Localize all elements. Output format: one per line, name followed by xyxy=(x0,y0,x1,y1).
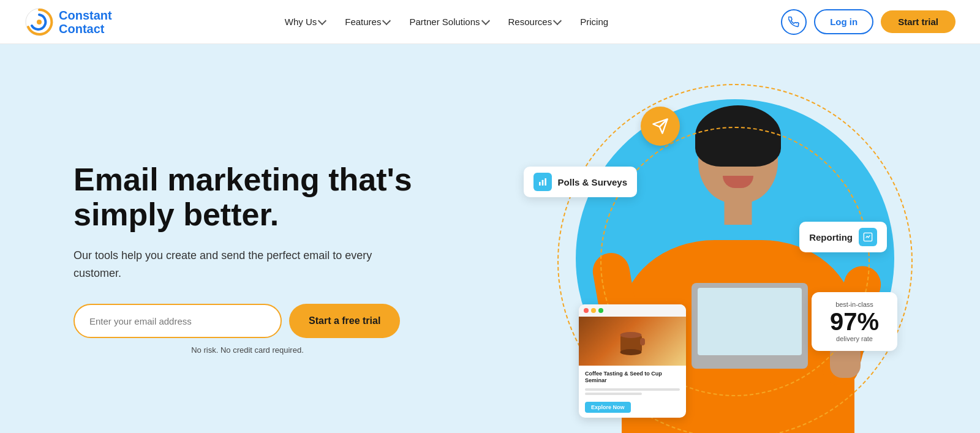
svg-rect-8 xyxy=(640,338,645,345)
header: Constant Contact Why Us Features Partner… xyxy=(0,0,980,44)
nav-resources[interactable]: Resources xyxy=(508,17,561,27)
disclaimer-text: No risk. No credit card required. xyxy=(78,345,417,355)
email-input[interactable] xyxy=(74,304,282,338)
logo-icon xyxy=(24,7,54,37)
svg-point-1 xyxy=(37,20,42,24)
reporting-label: Reporting xyxy=(809,232,853,243)
phone-icon xyxy=(788,17,799,28)
delivery-badge: best-in-class 97% delivery rate xyxy=(812,292,897,351)
email-preview-card: Coffee Tasting & Seed to Cup Seminar Exp… xyxy=(579,304,686,418)
chevron-down-icon xyxy=(318,17,326,25)
free-trial-button[interactable]: Start a free trial xyxy=(289,304,400,338)
email-card-body: Coffee Tasting & Seed to Cup Seminar Exp… xyxy=(579,366,686,418)
reporting-badge: Reporting xyxy=(799,222,887,252)
explore-button[interactable]: Explore Now xyxy=(585,402,631,413)
delivery-percent: 97% xyxy=(824,309,885,334)
hero-subtext: Our tools help you create and send the p… xyxy=(74,247,380,282)
nav-pricing[interactable]: Pricing xyxy=(580,17,608,27)
svg-rect-2 xyxy=(539,182,541,186)
email-bar-1 xyxy=(585,388,680,391)
email-bar-2 xyxy=(585,393,642,395)
login-button[interactable]: Log in xyxy=(814,9,873,34)
logo-text: Constant Contact xyxy=(59,9,112,36)
dot-red xyxy=(584,308,589,313)
send-icon xyxy=(652,118,669,135)
chevron-down-icon xyxy=(481,17,489,25)
hair xyxy=(695,105,781,167)
email-card-image xyxy=(579,317,686,366)
hero-content: Email marketing that's simply better. Ou… xyxy=(74,162,417,355)
coffee-icon xyxy=(614,323,651,360)
header-actions: Log in Start trial xyxy=(781,9,956,35)
hero-headline: Email marketing that's simply better. xyxy=(74,162,417,232)
nav-features[interactable]: Features xyxy=(345,17,390,27)
phone-button[interactable] xyxy=(781,9,807,35)
hero-visual: Polls & Surveys Reporting best-in-class … xyxy=(417,81,931,433)
polls-badge: Polls & Surveys xyxy=(524,167,637,197)
email-card-title: Coffee Tasting & Seed to Cup Seminar xyxy=(585,371,680,385)
dot-green xyxy=(598,308,603,313)
delivery-label: delivery rate xyxy=(824,335,885,342)
polls-label: Polls & Surveys xyxy=(558,177,627,187)
hero-section: Email marketing that's simply better. Ou… xyxy=(0,44,980,433)
chevron-down-icon xyxy=(382,17,391,25)
main-nav: Why Us Features Partner Solutions Resour… xyxy=(285,17,608,27)
svg-point-7 xyxy=(620,332,641,338)
reporting-icon xyxy=(859,228,877,246)
svg-rect-4 xyxy=(545,178,546,186)
start-trial-button[interactable]: Start trial xyxy=(881,10,956,33)
svg-rect-3 xyxy=(541,180,543,186)
polls-icon xyxy=(533,173,552,191)
chart-icon xyxy=(538,177,548,187)
chevron-down-icon xyxy=(553,17,562,25)
nav-why-us[interactable]: Why Us xyxy=(285,17,326,27)
reporting-chart-icon xyxy=(863,232,873,242)
dot-yellow xyxy=(591,308,596,313)
best-class-label: best-in-class xyxy=(824,301,885,308)
send-bubble xyxy=(641,107,680,146)
hero-form: Start a free trial xyxy=(74,304,417,338)
nav-partner-solutions[interactable]: Partner Solutions xyxy=(409,17,488,27)
svg-point-9 xyxy=(620,349,641,355)
window-dots xyxy=(579,304,686,317)
logo[interactable]: Constant Contact xyxy=(24,7,112,37)
